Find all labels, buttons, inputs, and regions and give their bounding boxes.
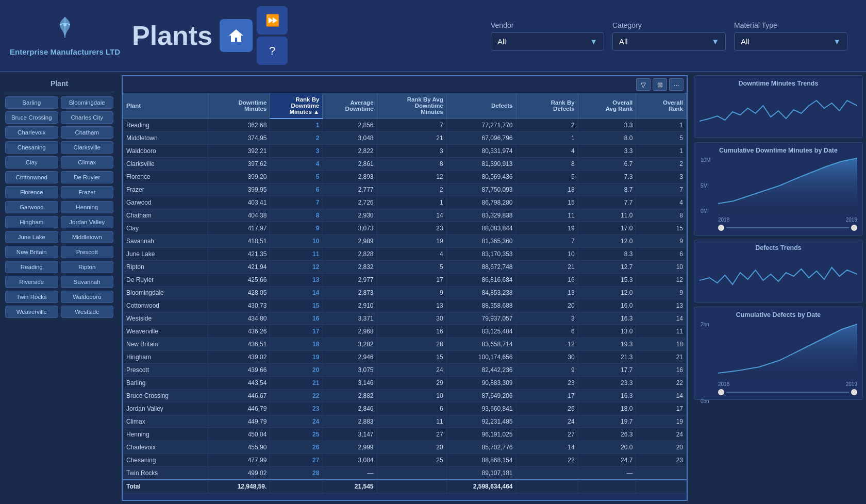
sidebar-item[interactable]: Chesaning bbox=[5, 141, 58, 154]
table-row[interactable]: Garwood 403,41 7 2,726 1 86,798,280 15 7… bbox=[123, 196, 687, 209]
table-row[interactable]: Twin Rocks 499,02 28 — 89,107,181 — bbox=[123, 467, 687, 480]
cumulative-defects-card: Cumulative Defects by Date 2bn 0bn bbox=[694, 307, 863, 400]
sidebar-item[interactable]: Clarksville bbox=[61, 141, 114, 154]
sidebar-item[interactable]: Savannah bbox=[61, 276, 114, 288]
sidebar-item[interactable]: Hingham bbox=[5, 216, 58, 228]
cell-overall: 23 bbox=[636, 454, 687, 467]
defects-trends-card: Defects Trends bbox=[694, 240, 863, 303]
y-label-0m: 0M bbox=[701, 208, 710, 214]
table-row[interactable]: Prescott 439,66 20 3,075 24 82,442,236 9… bbox=[123, 364, 687, 377]
table-row[interactable]: Clay 417,97 9 3,073 23 88,083,844 19 17.… bbox=[123, 222, 687, 235]
slider-end-dt[interactable] bbox=[851, 225, 857, 231]
table-row[interactable]: Hingham 439,02 19 2,946 15 100,174,656 3… bbox=[123, 351, 687, 364]
table-row[interactable]: Charlevoix 455,90 26 2,999 20 85,702,776… bbox=[123, 441, 687, 454]
cell-defects: 88,672,748 bbox=[446, 261, 516, 274]
col-avg-downtime-header[interactable]: AverageDowntime bbox=[323, 93, 377, 119]
sidebar-item[interactable]: Bruce Crossing bbox=[5, 111, 58, 124]
col-overall-avg-header[interactable]: OverallAvg Rank bbox=[578, 93, 636, 119]
cell-overall: 20 bbox=[636, 441, 687, 454]
table-row[interactable]: Westside 434,80 16 3,371 30 79,937,057 3… bbox=[123, 312, 687, 325]
sidebar-item[interactable]: Frazer bbox=[61, 186, 114, 198]
grid-toolbar-button[interactable]: ⊞ bbox=[653, 78, 667, 91]
sidebar-item[interactable]: Charles City bbox=[61, 111, 114, 124]
col-defects-header[interactable]: Defects bbox=[446, 93, 516, 119]
table-row[interactable]: Florence 399,20 5 2,893 12 80,569,436 5 … bbox=[123, 171, 687, 183]
cell-rank: 21 bbox=[270, 377, 323, 390]
table-row[interactable]: Waldoboro 392,21 3 2,822 3 80,331,974 4 … bbox=[123, 145, 687, 158]
table-row[interactable]: New Britain 436,51 18 3,282 28 83,658,71… bbox=[123, 338, 687, 351]
col-downtime-header[interactable]: DowntimeMinutes bbox=[208, 93, 270, 119]
table-row[interactable]: De Ruyler 425,66 13 2,977 17 86,816,684 … bbox=[123, 274, 687, 287]
table-row[interactable]: Chatham 404,38 8 2,930 14 83,329,838 11 … bbox=[123, 209, 687, 222]
sidebar-item[interactable]: Prescott bbox=[61, 246, 114, 258]
col-rank-avg-header[interactable]: Rank By AvgDowntimeMinutes bbox=[377, 93, 446, 119]
cell-rank-avg: 29 bbox=[377, 377, 446, 390]
table-row[interactable]: Climax 449,79 24 2,883 11 92,231,485 24 … bbox=[123, 415, 687, 428]
sidebar-item[interactable]: Cottonwood bbox=[5, 171, 58, 183]
table-row[interactable]: Barling 443,54 21 3,146 29 90,883,309 23… bbox=[123, 377, 687, 390]
sidebar-item[interactable]: Bloomingdale bbox=[61, 96, 114, 109]
filter-toolbar-button[interactable]: ▽ bbox=[636, 78, 651, 91]
sidebar-item[interactable]: Chatham bbox=[61, 126, 114, 139]
table-row[interactable]: Frazer 399,95 6 2,777 2 87,750,093 18 8.… bbox=[123, 183, 687, 196]
slider-end-def[interactable] bbox=[851, 389, 857, 395]
category-select[interactable]: All ▼ bbox=[612, 32, 726, 51]
sidebar-item[interactable]: Twin Rocks bbox=[5, 291, 58, 303]
sidebar-item[interactable]: Riverside bbox=[5, 276, 58, 288]
sidebar-item[interactable]: Charlevoix bbox=[5, 126, 58, 139]
table-row[interactable]: Weaverville 436,26 17 2,968 16 83,125,48… bbox=[123, 325, 687, 338]
table-row[interactable]: Ripton 421,94 12 2,832 5 88,672,748 21 1… bbox=[123, 261, 687, 274]
sidebar-item[interactable]: Waldoboro bbox=[61, 291, 114, 303]
sidebar-item[interactable]: Barling bbox=[5, 96, 58, 109]
sidebar-item[interactable]: Garwood bbox=[5, 201, 58, 213]
table-row[interactable]: Clarksville 397,62 4 2,861 8 81,390,913 … bbox=[123, 158, 687, 171]
sidebar-item[interactable]: Clay bbox=[5, 156, 58, 169]
cell-rank-avg: 15 bbox=[377, 351, 446, 364]
more-toolbar-button[interactable]: ··· bbox=[669, 78, 684, 91]
sidebar-item[interactable]: Reading bbox=[5, 261, 58, 273]
material-select[interactable]: All ▼ bbox=[734, 32, 847, 51]
table-row[interactable]: Bruce Crossing 446,67 22 2,882 10 87,649… bbox=[123, 390, 687, 402]
table-row[interactable]: Cottonwood 430,73 15 2,910 13 88,358,688… bbox=[123, 299, 687, 312]
cell-overall: 15 bbox=[636, 222, 687, 235]
table-scroll[interactable]: Plant DowntimeMinutes Rank ByDowntimeMin… bbox=[123, 93, 687, 500]
cell-plant: Garwood bbox=[123, 196, 208, 209]
sidebar-item[interactable]: Florence bbox=[5, 186, 58, 198]
table-row[interactable]: Middletown 374,95 2 3,048 21 67,096,796 … bbox=[123, 132, 687, 145]
cell-defects: 67,096,796 bbox=[446, 132, 516, 145]
col-plant-header[interactable]: Plant bbox=[123, 93, 208, 119]
col-rank-defects-header[interactable]: Rank ByDefects bbox=[516, 93, 578, 119]
sidebar-item[interactable]: Middletown bbox=[61, 231, 114, 243]
col-overall-header[interactable]: OverallRank bbox=[636, 93, 687, 119]
sidebar-item[interactable]: De Ruyler bbox=[61, 171, 114, 183]
table-row[interactable]: Reading 362,68 1 2,856 7 77,271,770 2 3.… bbox=[123, 119, 687, 132]
home-button[interactable] bbox=[220, 19, 253, 52]
logo-icon bbox=[52, 14, 78, 45]
sidebar-item[interactable]: Ripton bbox=[61, 261, 114, 273]
sidebar-item[interactable]: Jordan Valley bbox=[61, 216, 114, 228]
sidebar-item[interactable]: June Lake bbox=[5, 231, 58, 243]
col-rank-header[interactable]: Rank ByDowntimeMinutes ▲ bbox=[270, 93, 323, 119]
cell-defects: 81,390,913 bbox=[446, 158, 516, 171]
table-row[interactable]: Jordan Valley 446,79 23 2,846 6 93,660,8… bbox=[123, 402, 687, 415]
table-row[interactable]: Savannah 418,51 10 2,989 19 81,365,360 7… bbox=[123, 235, 687, 248]
sidebar-item[interactable]: Climax bbox=[61, 156, 114, 169]
sidebar-item[interactable]: Henning bbox=[61, 201, 114, 213]
slider-start-def[interactable] bbox=[718, 389, 724, 395]
table-row[interactable]: Bloomingdale 428,05 14 2,873 9 84,853,23… bbox=[123, 287, 687, 299]
table-row[interactable]: Chesaning 477,99 27 3,084 25 88,868,154 … bbox=[123, 454, 687, 467]
slider-start-dt[interactable] bbox=[718, 225, 724, 231]
cell-dt: 404,38 bbox=[208, 209, 270, 222]
table-row[interactable]: June Lake 421,35 11 2,828 4 83,170,353 1… bbox=[123, 248, 687, 261]
vendor-select[interactable]: All ▼ bbox=[491, 32, 604, 51]
cell-overall: 1 bbox=[636, 145, 687, 158]
logo-area: Enterprise Manufacturers LTD bbox=[8, 14, 122, 57]
table-row[interactable]: Henning 450,04 25 3,147 27 96,191,025 27… bbox=[123, 428, 687, 441]
help-button[interactable]: ? bbox=[257, 37, 288, 65]
fast-forward-button[interactable]: ⏩ bbox=[257, 6, 288, 35]
cell-rank: 19 bbox=[270, 351, 323, 364]
sidebar-item[interactable]: Westside bbox=[61, 306, 114, 318]
sidebar-item[interactable]: Weaverville bbox=[5, 306, 58, 318]
cell-overall-avg: 13.0 bbox=[578, 325, 636, 338]
sidebar-item[interactable]: New Britain bbox=[5, 246, 58, 258]
